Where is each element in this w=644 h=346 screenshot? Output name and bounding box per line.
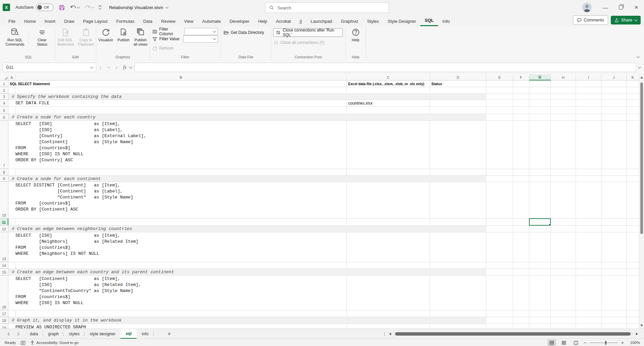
next-sheet-arrow-icon[interactable] [16, 332, 19, 336]
previous-sheet-arrow-icon[interactable] [8, 332, 11, 336]
ribbon-tab-tab[interactable]: || [295, 16, 306, 26]
normal-view-button[interactable] [547, 339, 556, 346]
cell-C4[interactable]: countries.xlsx [348, 100, 373, 106]
row-header-2[interactable]: 2 [0, 87, 8, 94]
row-header-12[interactable]: 12 [0, 226, 8, 232]
ribbon-tab-help[interactable]: Help [254, 16, 272, 26]
horizontal-scroll-thumb[interactable] [395, 332, 631, 336]
redo-button[interactable] [84, 4, 94, 10]
ribbon-tab-style-designer[interactable]: Style Designer [383, 16, 421, 26]
select-all-corner[interactable] [0, 74, 8, 80]
ribbon-tab-sql[interactable]: SQL [420, 15, 438, 26]
sheet-tab-style-designer[interactable]: style designer [85, 329, 120, 339]
close-button[interactable]: × [629, 0, 644, 15]
column-header-g[interactable]: G [529, 74, 551, 80]
ribbon-tab-formulas[interactable]: Formulas [112, 16, 139, 26]
search-box[interactable]: Search [265, 2, 389, 13]
selected-cell-G11[interactable] [529, 218, 551, 226]
clear-status-button[interactable]: Clear Status [30, 28, 54, 47]
restore-button[interactable] [613, 0, 629, 15]
zoom-slider[interactable] [590, 343, 618, 343]
publish-all-views-button[interactable]: Publish all views [132, 28, 149, 47]
help-button[interactable]: Help [347, 28, 364, 42]
horizontal-scrollbar[interactable] [389, 329, 638, 339]
column-header-f[interactable]: F [513, 74, 529, 80]
cell-D1[interactable]: Status [431, 80, 442, 87]
row-header-15[interactable]: 15 [0, 269, 8, 275]
column-header-j[interactable]: J [601, 74, 627, 80]
user-avatar[interactable] [582, 3, 592, 12]
visualize-button[interactable]: Visualize [96, 28, 115, 47]
row-header-5[interactable]: 5 [0, 107, 8, 114]
autosave-control[interactable]: AutoSave Off [15, 4, 53, 11]
publish-button[interactable]: Publish [116, 28, 131, 47]
column-header-d[interactable]: D [430, 74, 486, 80]
function-dropdown-chevron-icon[interactable] [129, 65, 132, 69]
page-break-preview-button[interactable] [572, 339, 580, 346]
scroll-left-arrow-icon[interactable] [389, 333, 391, 335]
document-title[interactable]: Relationship Visualizer.xlsm [109, 5, 168, 10]
ribbon-tab-review[interactable]: Review [157, 16, 180, 26]
column-header-i[interactable]: I [576, 74, 601, 80]
macro-record-button[interactable] [20, 341, 25, 345]
sheet-tab-graph[interactable]: graph [43, 329, 64, 339]
ribbon-tab-data[interactable]: Data [139, 16, 157, 26]
name-box[interactable]: G11 [3, 63, 96, 72]
tabbar-splitter-kebab-icon[interactable]: ⋮ [382, 329, 387, 339]
ribbon-tab-graphviz[interactable]: Graphviz [336, 16, 363, 26]
sheet-tab-info[interactable]: info [137, 329, 153, 339]
ribbon-tab-acrobat[interactable]: Acrobat [271, 16, 295, 26]
scroll-up-arrow-icon[interactable] [640, 76, 643, 78]
run-sql-commands-button[interactable]: Run SQL Commands [3, 28, 27, 47]
autosave-toggle[interactable]: Off [36, 4, 53, 11]
row-header-17[interactable]: 17 [0, 310, 8, 317]
row-header-1[interactable]: 1 [0, 80, 8, 87]
row-header-14[interactable]: 14 [0, 262, 8, 269]
customize-quick-access-button[interactable] [99, 6, 102, 9]
zoom-slider-thumb[interactable] [605, 341, 606, 345]
ribbon-tab-draw[interactable]: Draw [60, 16, 78, 26]
collapse-ribbon-chevron-icon[interactable] [637, 55, 640, 58]
formula-input[interactable] [135, 63, 636, 72]
accessibility-status[interactable]: Accessibility: Good to go [30, 340, 78, 345]
row-header-7[interactable]: 7 [0, 121, 8, 169]
ribbon-tab-file[interactable]: File [4, 16, 20, 26]
scroll-down-arrow-icon[interactable] [640, 325, 643, 327]
zoom-in-button[interactable]: + [621, 340, 624, 345]
column-header-b[interactable]: B [15, 74, 347, 80]
vertical-scroll-thumb[interactable] [640, 82, 643, 234]
ribbon-tab-info[interactable]: Info [438, 16, 454, 26]
sheet-tab-sql[interactable]: sql [120, 329, 137, 339]
share-button[interactable]: Share [611, 16, 641, 24]
undo-dropdown-chevron-icon[interactable] [77, 5, 80, 9]
cell-A1[interactable]: SQL SELECT Statement [10, 80, 50, 87]
ribbon-tab-view[interactable]: View [180, 16, 198, 26]
cell-C1[interactable]: Excel data file (.xlsx, .xlsm, .xlsb, or… [348, 80, 424, 87]
new-sheet-button[interactable]: + [162, 329, 176, 339]
zoom-out-button[interactable]: − [584, 340, 586, 345]
ribbon-tab-developer[interactable]: Developer [225, 16, 254, 26]
column-header-h[interactable]: H [551, 74, 576, 80]
zoom-percentage[interactable]: 100% [627, 341, 640, 345]
save-button[interactable] [59, 4, 65, 11]
excel-app-icon[interactable]: X [3, 4, 10, 11]
column-header-e[interactable]: E [486, 74, 513, 80]
row-header-6[interactable]: 6 [0, 114, 8, 120]
ribbon-tab-home[interactable]: Home [20, 16, 40, 26]
sheet-tab-data[interactable]: data [25, 329, 43, 339]
page-layout-view-button[interactable] [559, 339, 568, 346]
minimize-button[interactable]: — [598, 0, 613, 15]
row-header-18[interactable]: 18 [0, 317, 8, 324]
row-header-8[interactable]: 8 [0, 169, 8, 175]
scroll-right-arrow-icon[interactable] [636, 333, 638, 335]
row-header-10[interactable]: 10 [0, 182, 8, 218]
row-header-19[interactable]: 19 [0, 324, 8, 329]
insert-function-button[interactable]: fx [121, 65, 129, 70]
fill-handle[interactable] [549, 224, 551, 226]
row-header-9[interactable]: 9 [0, 176, 8, 182]
undo-button[interactable] [70, 4, 79, 10]
ribbon-tab-automate[interactable]: Automate [198, 16, 225, 26]
column-header-a[interactable]: A [8, 74, 15, 80]
column-header-c[interactable]: C [347, 74, 430, 80]
filter-column-dropdown[interactable] [184, 28, 218, 35]
